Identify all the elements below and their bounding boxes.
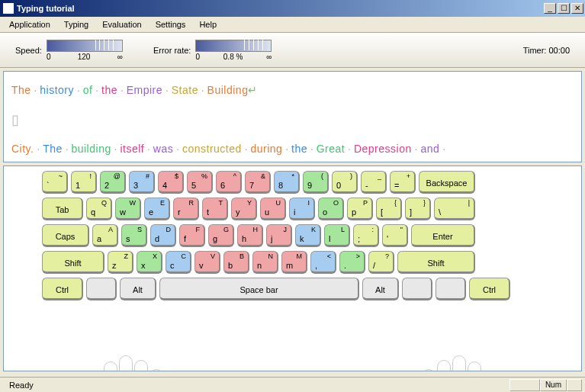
key-;[interactable]: :; (353, 224, 379, 247)
key-enter[interactable]: Enter (411, 224, 475, 247)
app-icon (3, 3, 14, 14)
error-gauge (195, 40, 272, 52)
keyboard-area: ~`!1@2#3$4%5^6&7*8(9)0_-+=BackspaceTabQq… (3, 165, 582, 371)
key-x[interactable]: Xx (137, 251, 162, 274)
titlebar: Typing tutorial _ ☐ ✕ (0, 0, 585, 17)
menubar: ApplicationTypingEvaluationSettingsHelp (0, 17, 585, 33)
key-l[interactable]: Ll (324, 224, 350, 247)
key-9[interactable]: (9 (303, 171, 329, 194)
key-2[interactable]: @2 (100, 171, 126, 194)
key-e[interactable]: Ee (144, 198, 170, 220)
key-n[interactable]: Nn (252, 251, 278, 274)
typing-word: during (250, 143, 282, 155)
key-alt[interactable]: Alt (362, 278, 399, 300)
key-[[interactable]: {[ (376, 198, 402, 220)
key-b[interactable]: Bb (223, 251, 249, 274)
key-z[interactable]: Zz (108, 251, 133, 274)
typing-word: State (172, 84, 198, 96)
status-num: Num (540, 379, 567, 391)
error-label: Error rate: (153, 46, 191, 55)
key-a[interactable]: Aa (92, 224, 118, 247)
statusbar: Ready Num (0, 377, 585, 392)
key-blank[interactable] (86, 278, 117, 300)
maximize-button[interactable]: ☐ (558, 3, 570, 14)
key-m[interactable]: Mm (281, 251, 307, 274)
typing-word: itself (120, 143, 144, 155)
key-q[interactable]: Qq (86, 198, 112, 220)
key-i[interactable]: Ii (289, 198, 315, 220)
key-ctrl[interactable]: Ctrl (469, 278, 510, 300)
key-p[interactable]: Pp (347, 198, 373, 220)
error-metric: Error rate: 0 0.8 % ∞ (153, 40, 272, 61)
typing-word: of (83, 84, 93, 96)
key-blank[interactable] (402, 278, 432, 300)
typing-word: Empire (127, 84, 162, 96)
key-t[interactable]: Tt (202, 198, 228, 220)
key-s[interactable]: Ss (121, 224, 147, 247)
menu-settings[interactable]: Settings (149, 18, 192, 31)
key-u[interactable]: Uu (260, 198, 286, 220)
window-title: Typing tutorial (17, 4, 544, 13)
key-o[interactable]: Oo (318, 198, 344, 220)
menu-evaluation[interactable]: Evaluation (96, 18, 147, 31)
key-r[interactable]: Rr (173, 198, 199, 220)
key-][interactable]: }] (405, 198, 431, 220)
speed-metric: Speed: 0 120 ∞ (15, 40, 123, 61)
key-shift[interactable]: Shift (42, 251, 104, 274)
key-ctrl[interactable]: Ctrl (42, 278, 83, 300)
key-y[interactable]: Yy (231, 198, 257, 220)
key--[interactable]: _- (361, 171, 387, 194)
key-blank[interactable] (436, 278, 466, 300)
key-\[interactable]: |\ (434, 198, 475, 220)
key-8[interactable]: *8 (274, 171, 300, 194)
key-h[interactable]: Hh (237, 224, 263, 247)
key-v[interactable]: Vv (194, 251, 220, 274)
left-hand (88, 355, 164, 371)
typing-word: and (420, 143, 439, 155)
metrics-bar: Speed: 0 120 ∞ Error rate: 0 0.8 % ∞ Tim… (0, 33, 585, 68)
key-f[interactable]: Ff (179, 224, 205, 247)
key-/[interactable]: ?/ (368, 251, 394, 274)
menu-application[interactable]: Application (3, 18, 56, 31)
status-ready: Ready (3, 380, 40, 390)
key-w[interactable]: Ww (115, 198, 141, 220)
minimize-button[interactable]: _ (544, 3, 556, 14)
key-,[interactable]: <, (310, 251, 336, 274)
key-6[interactable]: ^6 (216, 171, 242, 194)
hands-illustration (4, 333, 581, 371)
error-gauge-labels: 0 0.8 % ∞ (195, 53, 272, 61)
key-4[interactable]: $4 (158, 171, 184, 194)
key-.[interactable]: >. (339, 251, 365, 274)
typing-word: building (71, 143, 111, 155)
menu-help[interactable]: Help (193, 18, 223, 31)
key-shift[interactable]: Shift (397, 251, 475, 274)
key-alt[interactable]: Alt (120, 278, 156, 300)
key-7[interactable]: &7 (245, 171, 271, 194)
typing-word: was (153, 143, 173, 155)
key-backspace[interactable]: Backspace (419, 171, 475, 194)
typing-word: Depression (354, 143, 412, 155)
key-3[interactable]: #3 (129, 171, 155, 194)
key-space-bar[interactable]: Space bar (159, 278, 359, 300)
typing-word: The (11, 84, 31, 96)
key-=[interactable]: += (390, 171, 416, 194)
key-5[interactable]: %5 (187, 171, 213, 194)
close-button[interactable]: ✕ (571, 3, 583, 14)
menu-typing[interactable]: Typing (58, 18, 95, 31)
key-`[interactable]: ~` (42, 171, 68, 194)
key-caps[interactable]: Caps (42, 224, 89, 247)
typing-text-area[interactable]: The · history · of · the · Empire · Stat… (3, 71, 582, 162)
key-1[interactable]: !1 (71, 171, 97, 194)
key-j[interactable]: Jj (266, 224, 292, 247)
typing-word: constructed (182, 143, 242, 155)
key-'[interactable]: "' (382, 224, 408, 247)
key-tab[interactable]: Tab (42, 198, 83, 220)
key-k[interactable]: Kk (295, 224, 321, 247)
key-0[interactable]: )0 (332, 171, 358, 194)
key-d[interactable]: Dd (150, 224, 176, 247)
speed-gauge (47, 40, 123, 52)
speed-gauge-labels: 0 120 ∞ (47, 53, 123, 61)
key-g[interactable]: Gg (208, 224, 234, 247)
key-c[interactable]: Cc (166, 251, 191, 274)
right-hand (421, 355, 497, 371)
